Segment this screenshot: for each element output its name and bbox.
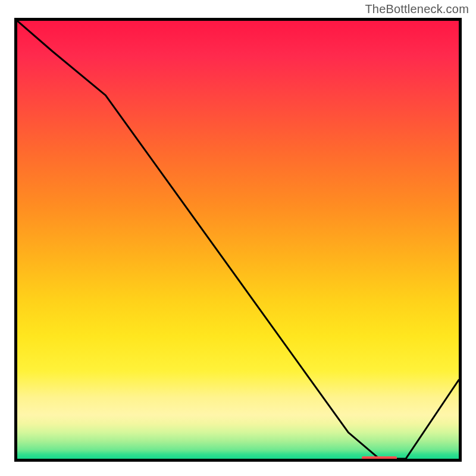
page-root: TheBottleneck.com: [0, 0, 476, 476]
chart-curve: [17, 21, 459, 459]
curve-marker: [362, 456, 397, 460]
curve-path: [17, 21, 459, 459]
watermark-text: TheBottleneck.com: [365, 2, 469, 16]
chart-area: [14, 18, 462, 462]
